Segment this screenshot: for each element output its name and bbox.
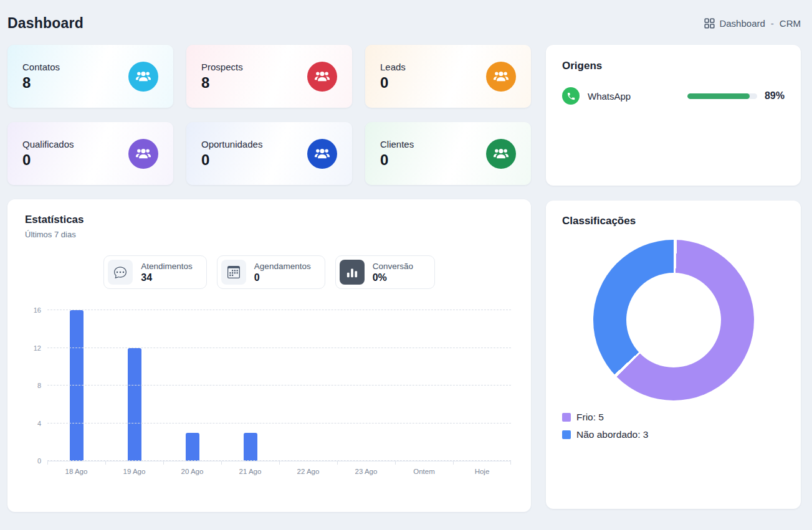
breadcrumb: Dashboard - CRM: [704, 18, 801, 29]
stat-card-value: 0: [380, 151, 414, 169]
people-icon: [128, 139, 158, 169]
stat-card-qualificados[interactable]: Qualificados 0: [7, 122, 173, 185]
bar-slot: [105, 310, 163, 461]
page-title: Dashboard: [7, 15, 84, 32]
metric-label: Agendamentos: [254, 262, 311, 271]
whatsapp-icon: [562, 87, 580, 105]
bar-slot: [395, 310, 453, 461]
stat-card-oportunidades[interactable]: Oportunidades 0: [186, 122, 352, 185]
people-icon: [307, 62, 337, 92]
breadcrumb-separator: -: [770, 18, 775, 29]
stat-card-label: Leads: [380, 62, 406, 72]
stat-card-value: 8: [201, 74, 243, 92]
x-axis-label: 21 Ago: [221, 461, 279, 475]
bar-slot: [47, 310, 105, 461]
bar-slot: [279, 310, 337, 461]
people-icon: [486, 62, 516, 92]
breadcrumb-page: CRM: [780, 18, 801, 29]
x-axis-label: Hoje: [453, 461, 511, 475]
bar-chart-plot: 0481216: [47, 310, 511, 461]
whatsapp-progress-fill: [687, 93, 750, 99]
chart-bar: [128, 348, 141, 461]
metric-conversao: Conversão 0%: [335, 255, 435, 289]
legend-label: Não abordado: 3: [576, 429, 648, 440]
people-icon: [128, 62, 158, 92]
left-column: Contatos 8 Prospects 8 Leads 0: [7, 45, 531, 512]
classificacoes-panel: Classificações Frio: 5 Não abordado: 3: [546, 201, 801, 509]
gridline: 12: [47, 348, 511, 348]
stat-card-label: Prospects: [201, 62, 243, 72]
bar-slot: [337, 310, 395, 461]
donut-legend: Frio: 5 Não abordado: 3: [562, 412, 785, 440]
bar-slot: [221, 310, 279, 461]
bar-chart: 0481216 18 Ago19 Ago20 Ago21 Ago22 Ago23…: [25, 310, 513, 475]
legend-item-nao-abordado: Não abordado: 3: [562, 429, 785, 440]
stat-card-value: 8: [22, 74, 60, 92]
x-axis-label: 23 Ago: [337, 461, 395, 475]
origem-row-whatsapp: WhatsApp 89%: [562, 87, 785, 105]
people-icon: [486, 139, 516, 169]
x-axis-label: 20 Ago: [163, 461, 221, 475]
y-axis-label: 16: [34, 306, 41, 314]
metrics-row: Atendimentos 34 Agendamentos 0 Conversão: [25, 255, 513, 289]
gridline: 8: [47, 385, 511, 386]
metric-atendimentos: Atendimentos 34: [103, 255, 207, 289]
stat-card-clientes[interactable]: Clientes 0: [365, 122, 531, 185]
legend-swatch-frio: [562, 413, 571, 422]
y-axis-label: 4: [37, 420, 41, 427]
gridline: 16: [47, 310, 511, 310]
bar-chart-icon: [340, 260, 365, 285]
stat-card-label: Oportunidades: [201, 139, 262, 149]
stat-card-value: 0: [201, 151, 262, 169]
estatisticas-panel: Estatísticas Últimos 7 dias Atendimentos…: [7, 199, 531, 512]
people-icon: [307, 139, 337, 169]
y-axis-label: 12: [34, 344, 41, 352]
metric-label: Conversão: [373, 262, 413, 271]
stat-card-value: 0: [380, 74, 406, 92]
donut-chart: [593, 240, 754, 400]
origens-panel: Origens WhatsApp 89%: [546, 45, 801, 186]
breadcrumb-section[interactable]: Dashboard: [719, 18, 765, 29]
chart-bar: [244, 433, 257, 461]
x-axis-label: 18 Ago: [47, 461, 105, 475]
main-layout: Contatos 8 Prospects 8 Leads 0: [0, 45, 812, 512]
donut-chart-wrap: [562, 240, 785, 400]
metric-value: 0%: [373, 272, 413, 283]
y-axis-label: 0: [37, 457, 41, 465]
x-axis-label: Ontem: [395, 461, 453, 475]
metric-value: 34: [141, 272, 193, 283]
right-column: Origens WhatsApp 89% Classificações: [546, 45, 801, 512]
stat-card-grid: Contatos 8 Prospects 8 Leads 0: [7, 45, 531, 185]
whatsapp-progress-track: [687, 93, 757, 99]
stat-card-label: Contatos: [22, 62, 60, 72]
metric-agendamentos: Agendamentos 0: [217, 255, 325, 289]
stat-card-prospects[interactable]: Prospects 8: [186, 45, 352, 108]
legend-swatch-nao-abordado: [562, 430, 571, 439]
classificacoes-title: Classificações: [562, 215, 785, 227]
gridline: 4: [47, 423, 511, 424]
bar-slot: [163, 310, 221, 461]
x-axis-label: 22 Ago: [279, 461, 337, 475]
metric-label: Atendimentos: [141, 262, 193, 271]
stat-card-value: 0: [22, 151, 74, 169]
calendar-icon: [221, 260, 246, 285]
stat-card-leads[interactable]: Leads 0: [365, 45, 531, 108]
donut-hole: [626, 273, 721, 367]
chat-dots-icon: [108, 260, 133, 285]
stat-card-label: Clientes: [380, 139, 414, 149]
bar-slot: [453, 310, 511, 461]
stat-card-contatos[interactable]: Contatos 8: [7, 45, 173, 108]
metric-value: 0: [254, 272, 311, 283]
chart-bar: [186, 433, 199, 461]
y-axis-label: 8: [37, 382, 41, 389]
bar-chart-bars: [47, 310, 511, 461]
chart-bar: [70, 310, 84, 461]
origens-title: Origens: [562, 60, 785, 72]
estatisticas-title: Estatísticas: [25, 214, 513, 226]
bar-chart-x-axis: 18 Ago19 Ago20 Ago21 Ago22 Ago23 AgoOnte…: [47, 461, 511, 475]
dashboard-grid-icon: [704, 18, 715, 29]
legend-item-frio: Frio: 5: [562, 412, 785, 423]
estatisticas-subtitle: Últimos 7 dias: [25, 230, 513, 239]
origem-percent: 89%: [765, 90, 785, 102]
stat-card-label: Qualificados: [22, 139, 74, 149]
